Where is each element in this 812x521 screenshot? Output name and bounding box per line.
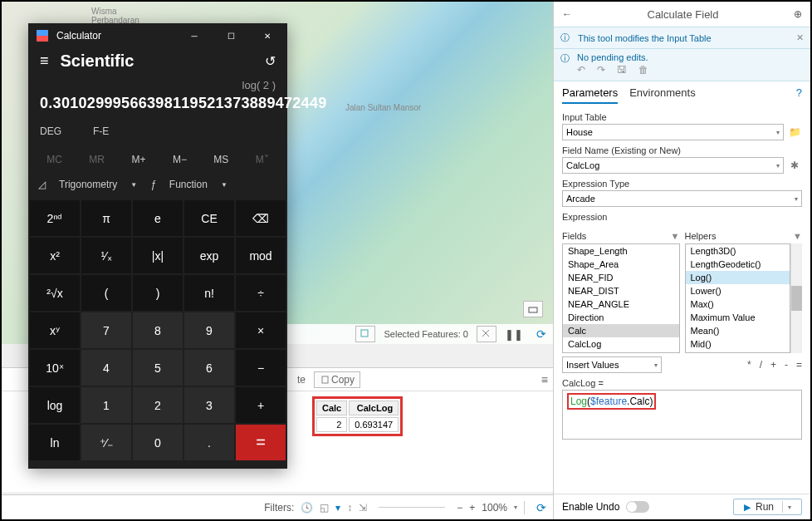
list-item[interactable]: Direction xyxy=(563,311,679,324)
filter-time-icon[interactable]: 🕓 xyxy=(301,502,313,514)
op-divide[interactable]: / xyxy=(760,359,762,371)
zoom-level[interactable]: 100% xyxy=(482,502,507,514)
zoom-in-button[interactable]: + xyxy=(469,502,475,514)
key-4[interactable]: 4 xyxy=(81,350,131,386)
key-div[interactable]: ÷ xyxy=(236,275,286,311)
tab-parameters[interactable]: Parameters xyxy=(562,86,618,104)
table-menu-button[interactable]: ≡ xyxy=(541,373,548,386)
history-button[interactable]: ↺ xyxy=(265,53,276,69)
basemap-button[interactable] xyxy=(523,301,543,317)
selection-tool-button[interactable] xyxy=(355,326,375,342)
list-item[interactable]: Lower() xyxy=(686,284,790,297)
filter-arrow-icon[interactable]: ↕ xyxy=(347,502,352,514)
mr-button[interactable]: MR xyxy=(89,154,105,165)
helpers-listbox[interactable]: Length3D() LengthGeodetic() Log() Lower(… xyxy=(685,243,791,353)
list-item[interactable]: Mean() xyxy=(686,324,790,337)
key-3[interactable]: 3 xyxy=(184,387,234,423)
mc-button[interactable]: MC xyxy=(46,154,62,165)
list-item[interactable]: Calc xyxy=(563,324,679,337)
browse-button[interactable]: 📁 xyxy=(787,125,802,140)
mplus-button[interactable]: M+ xyxy=(131,154,145,165)
filter-helpers-button[interactable]: ▼ xyxy=(793,231,802,241)
key-pi[interactable]: π xyxy=(81,200,131,236)
minimize-button[interactable]: ─ xyxy=(176,23,213,48)
list-item[interactable]: Shape_Length xyxy=(563,244,679,258)
list-item[interactable]: CalcLog xyxy=(563,337,679,351)
table-row[interactable]: 2 0.693147 xyxy=(316,417,399,432)
list-item[interactable]: Maximum Value xyxy=(686,311,790,324)
filter-fields-button[interactable]: ▼ xyxy=(671,231,680,241)
function-button[interactable]: Function xyxy=(169,179,208,190)
key-9[interactable]: 9 xyxy=(184,312,234,348)
key-mod[interactable]: mod xyxy=(236,238,286,273)
list-item[interactable]: NEAR_ANGLE xyxy=(563,297,679,311)
key-2[interactable]: 2 xyxy=(133,387,183,423)
tab-environments[interactable]: Environments xyxy=(629,86,695,104)
key-recip[interactable]: ¹⁄ₓ xyxy=(81,238,131,273)
save-edits-button[interactable]: 🖫 xyxy=(617,64,627,76)
list-item[interactable]: LengthGeodetic() xyxy=(686,258,790,271)
column-header-calc[interactable]: Calc xyxy=(316,401,347,415)
key-sign[interactable]: ⁺⁄₋ xyxy=(81,425,131,460)
calculator-titlebar[interactable]: Calculator ─ ☐ ✕ xyxy=(28,23,287,48)
scrollbar[interactable] xyxy=(790,243,802,353)
close-banner-button[interactable]: ✕ xyxy=(796,32,804,43)
field-settings-button[interactable]: ✱ xyxy=(787,158,802,173)
list-item[interactable]: NEAR_FID xyxy=(563,271,679,284)
op-plus[interactable]: + xyxy=(770,359,776,371)
key-equals[interactable]: = xyxy=(236,425,286,460)
fe-button[interactable]: F-E xyxy=(93,125,109,137)
copy-button[interactable]: Copy xyxy=(314,371,360,388)
refresh-button[interactable]: ⟳ xyxy=(536,327,546,341)
clear-selection-button[interactable] xyxy=(477,326,496,342)
key-2nd[interactable]: 2ⁿᵈ xyxy=(30,200,80,236)
enable-undo-toggle[interactable] xyxy=(626,501,649,513)
zoom-out-button[interactable]: − xyxy=(457,502,462,514)
list-item[interactable]: Mid() xyxy=(686,337,790,351)
list-item[interactable]: Length3D() xyxy=(686,244,790,258)
key-6[interactable]: 6 xyxy=(184,350,234,386)
discard-edits-button[interactable]: 🗑 xyxy=(638,64,648,76)
op-multiply[interactable]: * xyxy=(747,359,751,371)
op-equals[interactable]: = xyxy=(796,359,802,371)
key-sqrt[interactable]: ²√x xyxy=(30,275,80,311)
list-item[interactable]: Log() xyxy=(686,271,790,284)
key-7[interactable]: 7 xyxy=(81,312,131,348)
expression-type-select[interactable]: Arcade▾ xyxy=(562,190,802,207)
key-lparen[interactable]: ( xyxy=(81,275,131,311)
input-table-select[interactable]: House▾ xyxy=(562,124,784,140)
trig-button[interactable]: Trigonometry xyxy=(59,179,117,190)
ms-button[interactable]: MS xyxy=(213,154,228,165)
zoom-chevron-icon[interactable]: ▾ xyxy=(514,504,517,511)
key-ln[interactable]: ln xyxy=(30,425,80,460)
key-x2[interactable]: x² xyxy=(30,238,80,273)
list-item[interactable]: Shape_Area xyxy=(563,258,679,271)
help-button[interactable]: ? xyxy=(796,86,802,104)
key-5[interactable]: 5 xyxy=(133,350,183,386)
key-dot[interactable]: . xyxy=(184,425,234,460)
pause-button[interactable]: ❚❚ xyxy=(505,328,523,341)
key-1[interactable]: 1 xyxy=(81,387,131,423)
deg-button[interactable]: DEG xyxy=(40,125,61,137)
fields-listbox[interactable]: Shape_Length Shape_Area NEAR_FID NEAR_DI… xyxy=(562,243,680,353)
close-button[interactable]: ✕ xyxy=(249,23,286,48)
insert-values-select[interactable]: Insert Values▾ xyxy=(562,356,662,373)
key-mul[interactable]: × xyxy=(236,312,286,348)
redo-button[interactable]: ↷ xyxy=(597,64,605,76)
field-name-select[interactable]: CalcLog▾ xyxy=(562,157,784,174)
filter-expand-icon[interactable]: ⇲ xyxy=(359,502,367,514)
mminus-button[interactable]: M− xyxy=(173,154,187,165)
list-item[interactable]: Max() xyxy=(686,297,790,311)
key-8[interactable]: 8 xyxy=(133,312,183,348)
key-log[interactable]: log xyxy=(30,387,80,423)
back-button[interactable]: ← xyxy=(562,8,572,20)
key-xy[interactable]: xʸ xyxy=(30,312,80,348)
key-rparen[interactable]: ) xyxy=(133,275,183,311)
op-minus[interactable]: - xyxy=(785,359,788,371)
maximize-button[interactable]: ☐ xyxy=(213,23,249,48)
filter-funnel-icon[interactable]: ▾ xyxy=(335,502,340,514)
run-button[interactable]: ▶ Run ▾ xyxy=(733,499,802,515)
list-item[interactable]: NEAR_DIST xyxy=(563,284,679,297)
add-button[interactable]: ⊕ xyxy=(794,8,802,20)
key-backspace[interactable]: ⌫ xyxy=(236,200,286,236)
